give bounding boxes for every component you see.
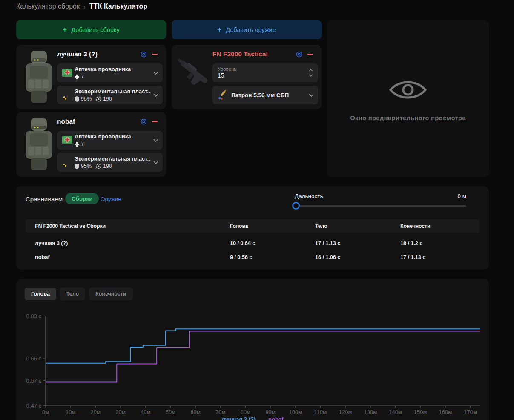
chart-x-tick-label: 140м — [389, 409, 402, 415]
armor-name: Экспериментальная пласт... — [75, 155, 151, 162]
chart-x-tick-label: 20м — [91, 409, 101, 415]
medkit-icon — [60, 135, 73, 145]
preview-eye-button[interactable] — [138, 50, 149, 58]
chart-x-tick-label: 70м — [215, 409, 225, 415]
chart-x-tick-label: 160м — [439, 409, 452, 415]
level-texts: Уровень 15 — [218, 66, 309, 79]
level-label: Уровень — [218, 66, 309, 72]
breadcrumb-parent-link[interactable]: Калькулятор сборок — [16, 3, 80, 10]
chart-x-tick-label: 10м — [66, 409, 75, 415]
armor-plate-icon — [60, 156, 73, 168]
preview-eye-button[interactable] — [293, 50, 304, 58]
range-slider-thumb[interactable] — [292, 202, 300, 210]
remove-weapon-button[interactable] — [304, 50, 316, 58]
chart-y-tick-label: 0.83 с — [26, 313, 42, 319]
ammo-icon — [216, 89, 229, 101]
eye-icon — [141, 118, 147, 125]
medkit-name: Аптечка проводника — [75, 133, 151, 140]
legend-item[interactable]: nobaf — [268, 416, 283, 420]
add-weapon-button[interactable]: + Добавить оружие — [172, 20, 322, 39]
row-body-ttk: 17 / 1.13 с — [315, 239, 340, 246]
build-name: nobaf — [57, 118, 138, 125]
armor-portrait-image — [19, 116, 58, 173]
preview-panel: Окно предварительного просмотра — [327, 20, 489, 177]
protection-value: 95% — [81, 163, 92, 169]
chart-y-tick-label: 0.57 с — [26, 377, 42, 384]
minus-icon — [307, 54, 313, 55]
table-header-body: Тело — [315, 223, 327, 229]
ttk-chart: 0.83 с0.66 с0.57 с0.47 с0м10м20м30м40м50… — [16, 279, 489, 420]
table-header-head: Голова — [230, 223, 248, 229]
medkit-slot-text: Аптечка проводника 7 — [73, 66, 151, 80]
protection-value: 95% — [81, 96, 92, 102]
durability-icon — [96, 96, 101, 102]
durability-value: 190 — [103, 96, 112, 102]
page-title: ТТК Калькулятор — [89, 3, 147, 10]
range-label: Дальность — [295, 193, 323, 199]
plus-icon: + — [217, 26, 221, 34]
armor-portrait-image — [19, 49, 58, 105]
medkit-slot-text: Аптечка проводника 7 — [73, 133, 151, 147]
legend-item[interactable]: лучшая 3 (?) — [222, 416, 256, 420]
ammo-dropdown[interactable]: Патрон 5.56 мм СБП — [212, 86, 318, 104]
remove-build-button[interactable] — [149, 50, 160, 58]
chart-x-tick-label: 30м — [115, 409, 125, 415]
armor-name: Экспериментальная пласт... — [75, 88, 151, 95]
durability-icon — [96, 164, 101, 169]
hp-value: 7 — [81, 141, 84, 147]
chart-x-tick-label: 100м — [289, 409, 302, 415]
row-body-ttk: 16 / 1.06 с — [315, 253, 340, 260]
protection-stat: 95% — [75, 163, 92, 169]
breadcrumb-separator-icon: › — [83, 3, 86, 10]
preview-eye-button[interactable] — [138, 118, 149, 125]
medkit-name: Аптечка проводника — [75, 66, 151, 73]
row-head-ttk: 9 / 0.56 с — [230, 253, 252, 260]
chevron-down-icon[interactable] — [309, 74, 313, 77]
armor-slot-dropdown[interactable]: Экспериментальная пласт... 95% 190 — [57, 86, 163, 104]
hp-value: 7 — [81, 74, 84, 80]
chevron-down-icon — [153, 139, 158, 142]
chart-x-tick-label: 120м — [339, 409, 352, 415]
build-card: лучшая 3 (?) Аптечка проводника 7 — [16, 45, 166, 109]
tab-weapons[interactable]: Оружие — [101, 196, 121, 202]
plus-icon: + — [63, 26, 67, 34]
medkit-slot-dropdown[interactable]: Аптечка проводника 7 — [57, 63, 163, 82]
eye-icon — [141, 51, 147, 58]
build-card: nobaf Аптечка проводника 7 — [16, 112, 166, 177]
chart-y-tick-label: 0.47 с — [26, 403, 42, 409]
weapon-name: FN F2000 Tactical — [212, 50, 293, 58]
breadcrumb: Калькулятор сборок › ТТК Калькулятор — [16, 3, 147, 10]
remove-build-button[interactable] — [149, 118, 160, 125]
chart-legend: лучшая 3 (?) nobaf — [16, 416, 489, 420]
chevron-up-icon[interactable] — [309, 69, 313, 72]
minus-icon — [152, 121, 158, 122]
preview-eye-icon — [388, 77, 428, 103]
medkit-icon — [60, 68, 73, 78]
level-stepper[interactable]: Уровень 15 — [212, 63, 318, 82]
shield-icon — [75, 96, 79, 102]
level-value: 15 — [218, 72, 309, 79]
add-build-button[interactable]: + Добавить сборку — [16, 20, 166, 39]
weapon-image — [174, 49, 213, 105]
row-limbs-ttk: 18 / 1.2 с — [400, 239, 422, 246]
armor-slot-dropdown[interactable]: Экспериментальная пласт... 95% 190 — [57, 153, 163, 172]
chevron-down-icon — [153, 72, 158, 75]
durability-stat: 190 — [96, 163, 112, 169]
medkit-slot-dropdown[interactable]: Аптечка проводника 7 — [57, 131, 163, 150]
weapon-card-header: FN F2000 Tactical — [212, 50, 316, 58]
chart-section: Голова Тело Конечности 0.83 с0.66 с0.57 … — [16, 279, 489, 420]
chart-x-tick-label: 170м — [464, 409, 477, 415]
chart-x-tick-label: 40м — [141, 409, 150, 415]
durability-stat: 190 — [96, 96, 112, 102]
armor-plate-icon — [60, 89, 73, 101]
add-weapon-label: Добавить оружие — [226, 26, 276, 33]
hp-stat: 7 — [75, 74, 84, 80]
chart-x-tick-label: 60м — [190, 409, 200, 415]
tab-builds[interactable]: Сборки — [65, 193, 99, 204]
minus-icon — [152, 54, 158, 55]
range-slider-track[interactable] — [295, 205, 466, 207]
chart-series-line — [46, 331, 480, 382]
hp-stat: 7 — [75, 141, 84, 147]
chevron-down-icon — [309, 94, 314, 97]
chart-x-tick-label: 110м — [314, 409, 327, 415]
